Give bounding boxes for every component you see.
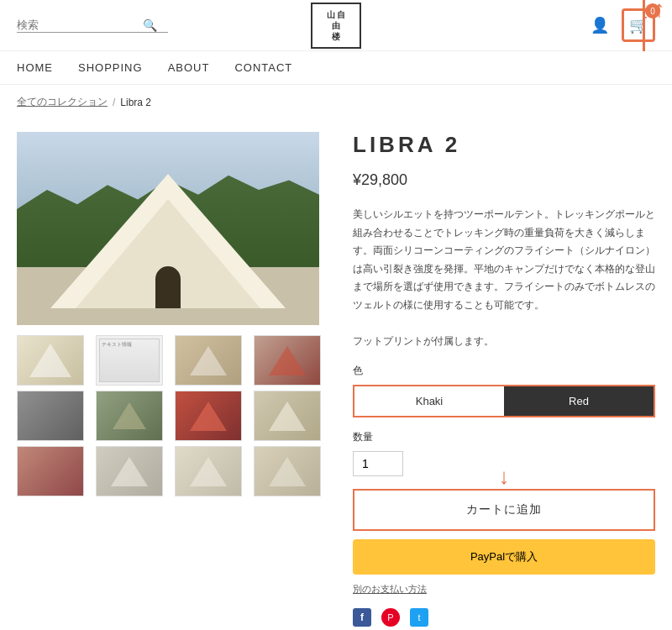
breadcrumb-separator: / <box>113 97 115 108</box>
header: 🔍 山 自 由 楼 👤 🛒 0 <box>0 0 672 51</box>
thumbnail-12[interactable] <box>254 446 321 496</box>
header-icons: 👤 🛒 0 <box>591 8 655 42</box>
breadcrumb: 全てのコレクション / Libra 2 <box>0 85 672 119</box>
thumbnail-1[interactable] <box>17 335 84 386</box>
paypal-button[interactable]: PayPalで購入 <box>353 539 655 575</box>
down-arrow-annotation: ↓ <box>499 464 510 490</box>
logo[interactable]: 山 自 由 楼 <box>311 3 361 49</box>
product-title: LIBRA 2 <box>353 132 655 158</box>
nav-item-shopping[interactable]: SHOPPING <box>78 61 143 74</box>
cart-icon: 🛒 <box>629 16 648 34</box>
thumbnail-11[interactable] <box>175 446 242 496</box>
search-button[interactable]: 🔍 <box>143 18 157 32</box>
other-payment-link[interactable]: 別のお支払い方法 <box>353 583 655 596</box>
paypal-text: PayPalで購入 <box>470 550 538 563</box>
nav-item-home[interactable]: HOME <box>17 61 53 74</box>
search-icon: 🔍 <box>143 18 157 32</box>
thumbnail-3[interactable] <box>175 335 242 386</box>
thumbnail-4[interactable] <box>254 335 321 386</box>
product-details: LIBRA 2 ¥29,800 美しいシルエットを持つツーポールテント。トレッキ… <box>353 132 655 627</box>
quantity-input[interactable] <box>353 451 403 476</box>
tent-image <box>17 132 319 325</box>
thumbnail-2[interactable]: テキスト情報 <box>96 335 163 386</box>
product-images: テキスト情報 <box>17 132 328 627</box>
facebook-icon[interactable]: f <box>353 608 371 627</box>
navigation: HOME SHOPPING ABOUT CONTACT <box>0 51 672 85</box>
twitter-icon[interactable]: t <box>410 608 428 627</box>
pinterest-icon[interactable]: P <box>381 608 400 627</box>
cart-badge: 0 <box>645 3 660 18</box>
nav-item-contact[interactable]: CONTACT <box>234 61 292 74</box>
product-description: 美しいシルエットを持つツーポールテント。トレッキングポールと組み合わせることでト… <box>353 206 655 351</box>
social-icons: f P t <box>353 608 655 627</box>
tent-door <box>155 266 181 308</box>
color-options: Khaki Red <box>353 385 655 417</box>
nav-item-about[interactable]: ABOUT <box>168 61 210 74</box>
main-product-image[interactable] <box>17 132 319 325</box>
breadcrumb-parent[interactable]: 全てのコレクション <box>17 95 108 109</box>
logo-text: 山 自 由 楼 <box>327 9 346 42</box>
thumbnail-8[interactable] <box>254 391 321 441</box>
add-to-cart-button[interactable]: カートに追加 <box>353 489 655 531</box>
thumbnail-10[interactable] <box>96 446 163 496</box>
search-input[interactable] <box>17 18 143 31</box>
thumbnail-9[interactable] <box>17 446 84 496</box>
product-price: ¥29,800 <box>353 171 655 189</box>
thumbnail-5[interactable] <box>17 391 84 441</box>
thumbnail-grid: テキスト情報 <box>17 335 328 496</box>
user-icon: 👤 <box>591 17 609 34</box>
color-label: 色 <box>353 364 655 378</box>
thumbnail-6[interactable] <box>96 391 163 441</box>
user-account-button[interactable]: 👤 <box>591 16 609 34</box>
add-to-cart-section: ↓ カートに追加 <box>353 489 655 531</box>
main-content: テキスト情報 <box>0 119 672 630</box>
thumbnail-7[interactable] <box>175 391 242 441</box>
search-area: 🔍 <box>17 18 168 33</box>
logo-box: 山 自 由 楼 <box>311 3 361 49</box>
color-khaki-button[interactable]: Khaki <box>354 386 504 416</box>
breadcrumb-current: Libra 2 <box>120 97 151 108</box>
cart-wrapper: 🛒 0 <box>622 8 655 42</box>
color-red-button[interactable]: Red <box>504 386 654 416</box>
quantity-label: 数量 <box>353 430 655 444</box>
